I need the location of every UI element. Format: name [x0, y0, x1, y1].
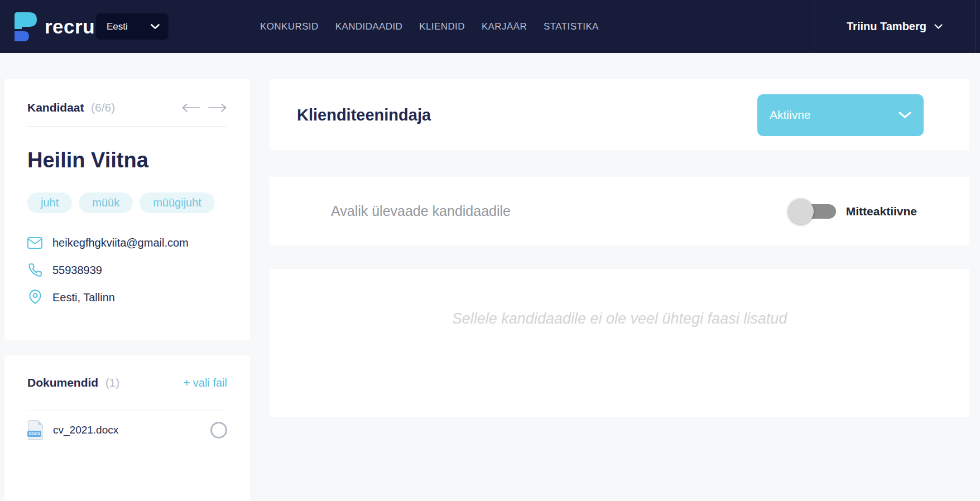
language-selected-value: Eesti [107, 21, 128, 32]
file-name: cv_2021.docx [53, 424, 210, 436]
nav-link-konkursid[interactable]: KONKURSID [260, 21, 319, 32]
candidate-card: Kandidaat (6/6) Heilin Viitna juht [4, 79, 250, 340]
docx-badge: DOCX [28, 432, 40, 436]
toggle-state-label: Mitteaktiivne [846, 205, 917, 218]
recrur-logo-icon [15, 12, 37, 41]
empty-phases-message: Sellele kandidaadile ei ole veel ühtegi … [452, 310, 787, 327]
chevron-down-icon [151, 24, 160, 29]
arrow-left-icon [181, 103, 200, 112]
toggle-knob[interactable] [788, 199, 814, 224]
file-select-radio[interactable] [210, 422, 227, 439]
divider [27, 411, 227, 411]
candidate-panel-title-group: Kandidaat (6/6) [27, 101, 115, 114]
phases-empty-card: Sellele kandidaadile ei ole veel ühtegi … [270, 269, 969, 417]
candidate-phone-row: 55938939 [27, 262, 227, 278]
candidate-email: heikegfhgkviita@gmail.com [52, 237, 189, 249]
navbar-divider-right [976, 0, 976, 53]
arrow-right-icon [208, 103, 227, 112]
position-header-card: Klienditeenindaja Aktiivne [270, 79, 969, 151]
documents-card: Dokumendid (1) + vali fail DOCX cv_2021.… [4, 355, 250, 501]
user-name: Triinu Tamberg [847, 20, 926, 33]
chevron-down-icon [934, 24, 943, 29]
public-overview-toggle-group: Mitteaktiivne [790, 204, 917, 219]
documents-panel-title-group: Dokumendid (1) [27, 376, 119, 389]
recrur-logo[interactable]: recrur [15, 0, 103, 53]
documents-counter: (1) [105, 376, 120, 389]
candidate-name: Heilin Viitna [27, 148, 227, 172]
recrur-logo-text: recrur [45, 16, 103, 38]
nav-link-kliendid[interactable]: KLIENDID [419, 21, 465, 32]
nav-link-kandidaadid[interactable]: KANDIDAADID [335, 21, 403, 32]
candidate-email-row: heikegfhgkviita@gmail.com [27, 234, 227, 251]
phone-icon [27, 263, 42, 277]
prev-candidate-button[interactable] [181, 103, 200, 112]
candidate-panel-title: Kandidaat [27, 101, 84, 114]
divider [27, 126, 227, 127]
main-navigation: KONKURSID KANDIDAADID KLIENDID KARJÄÄR S… [260, 0, 599, 53]
candidate-tag: müügijuht [140, 192, 215, 213]
candidate-tag: juht [27, 192, 72, 213]
envelope-icon [27, 237, 42, 249]
candidate-location-row: Eesti, Tallinn [27, 289, 227, 306]
candidate-phone: 55938939 [52, 264, 102, 277]
file-row[interactable]: DOCX cv_2021.docx [27, 418, 227, 442]
chevron-down-icon [899, 112, 911, 118]
status-dropdown[interactable]: Aktiivne [757, 94, 924, 136]
candidate-contacts: heikegfhgkviita@gmail.com 55938939 Eesti… [27, 234, 227, 306]
candidate-location: Eesti, Tallinn [52, 291, 115, 304]
candidate-pager [181, 103, 227, 112]
user-menu[interactable]: Triinu Tamberg [814, 0, 976, 53]
position-title: Klienditeenindaja [297, 106, 431, 124]
language-selector[interactable]: Eesti [96, 13, 169, 40]
add-file-button[interactable]: + vali fail [184, 377, 227, 389]
nav-link-karjaar[interactable]: KARJÄÄR [482, 21, 527, 32]
nav-link-statistika[interactable]: STATISTIKA [544, 21, 599, 32]
next-candidate-button[interactable] [208, 103, 227, 112]
candidate-panel-header: Kandidaat (6/6) [27, 97, 227, 118]
public-overview-card: Avalik ülevaade kandidaadile Mitteaktiiv… [270, 177, 969, 245]
public-overview-toggle[interactable] [790, 204, 836, 219]
map-pin-icon [27, 290, 42, 305]
documents-panel-title: Dokumendid [27, 376, 98, 389]
candidate-tag: müük [79, 192, 133, 213]
public-overview-label: Avalik ülevaade kandidaadile [331, 203, 511, 219]
top-navbar: recrur Eesti KONKURSID KANDIDAADID KLIEN… [0, 0, 980, 53]
candidate-tags: juht müük müügijuht [27, 192, 227, 213]
page: recrur Eesti KONKURSID KANDIDAADID KLIEN… [0, 0, 980, 501]
docx-file-icon: DOCX [27, 420, 44, 440]
documents-panel-header: Dokumendid (1) + vali fail [27, 372, 227, 393]
status-selected-value: Aktiivne [770, 108, 811, 122]
candidate-counter: (6/6) [91, 101, 115, 114]
